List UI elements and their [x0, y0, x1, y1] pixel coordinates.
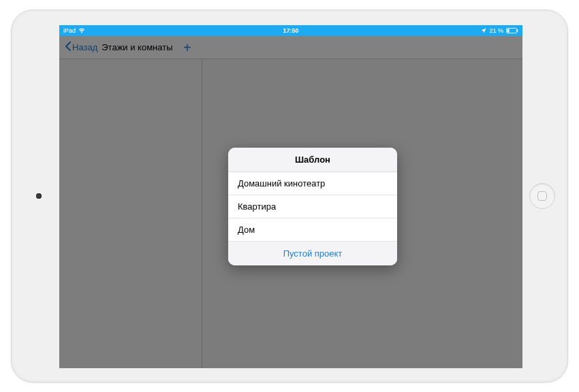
battery-percent: 21 % [489, 27, 503, 34]
template-popover: Шаблон Домашний кинотеатр Квартира Дом П… [228, 148, 397, 265]
wifi-icon [78, 28, 85, 33]
popover-item-apartment[interactable]: Квартира [228, 195, 397, 218]
home-button-icon [537, 191, 547, 201]
battery-icon [506, 28, 518, 33]
popover-item-house[interactable]: Дом [228, 218, 397, 242]
status-bar: iPad 17:50 21 % [59, 25, 522, 36]
home-button[interactable] [529, 183, 555, 209]
popover-empty-project[interactable]: Пустой проект [228, 242, 397, 265]
popover-item-home-theater[interactable]: Домашний кинотеатр [228, 172, 397, 195]
svg-rect-2 [517, 29, 518, 31]
svg-rect-1 [507, 29, 510, 33]
ipad-device-frame: iPad 17:50 21 % На [11, 10, 568, 382]
location-icon [481, 28, 486, 33]
clock: 17:50 [283, 27, 298, 34]
camera-dot [36, 193, 42, 199]
carrier-label: iPad [63, 27, 76, 34]
popover-title: Шаблон [228, 148, 397, 172]
screen: iPad 17:50 21 % На [59, 25, 522, 368]
